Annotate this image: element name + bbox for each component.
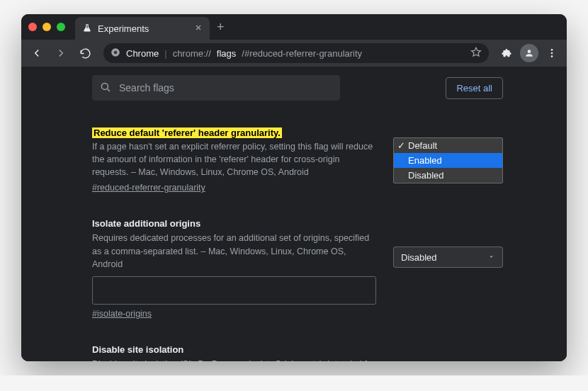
dropdown-option-enabled[interactable]: Enabled (394, 153, 502, 168)
close-tab-icon[interactable] (194, 23, 203, 34)
flag-details: Isolate additional origins Requires dedi… (92, 218, 376, 318)
dropdown-option-disabled[interactable]: Disabled (394, 168, 502, 183)
toolbar: Chrome | chrome://flags/#reduced-referre… (21, 40, 567, 67)
forward-button[interactable] (51, 43, 71, 63)
svg-point-2 (551, 49, 553, 51)
flag-description: Requires dedicated processes for an addi… (92, 232, 376, 270)
url-fragment: /#reduced-referrer-granularity (242, 48, 362, 59)
flag-details: Disable site isolation Disables site iso… (92, 344, 376, 361)
flag-title: Isolate additional origins (92, 218, 376, 229)
separator: | (164, 48, 166, 59)
flag-anchor-link[interactable]: #isolate-origins (92, 309, 152, 319)
profile-avatar-icon[interactable] (520, 44, 538, 62)
flask-icon (82, 23, 92, 33)
flag-details: Reduce default 'referer' header granular… (92, 128, 376, 193)
back-button[interactable] (27, 43, 47, 63)
search-field-wrap[interactable] (92, 75, 340, 101)
chevron-down-icon (487, 252, 495, 263)
flag-description: If a page hasn't set an explicit referre… (92, 140, 376, 178)
window-controls (28, 23, 75, 31)
reload-button[interactable] (75, 43, 95, 63)
flag-textarea[interactable] (92, 276, 376, 305)
flag-control: Default Enabled Disabled (393, 128, 503, 193)
flag-title: Disable site isolation (92, 344, 376, 355)
chrome-badge-icon (111, 47, 120, 60)
url-scheme-label: Chrome (126, 48, 159, 59)
svg-point-4 (551, 55, 553, 57)
flag-dropdown-open[interactable]: Default Enabled Disabled (393, 137, 503, 183)
flag-control: Default (393, 344, 503, 361)
dropdown-option-default[interactable]: Default (394, 138, 502, 153)
bookmark-star-icon[interactable] (470, 47, 482, 60)
address-bar[interactable]: Chrome | chrome://flags/#reduced-referre… (103, 43, 489, 63)
flag-anchor-link[interactable]: #reduced-referrer-granularity (92, 183, 205, 193)
flags-list: Reduce default 'referer' header granular… (21, 109, 567, 361)
flag-description: Disables site isolation (SitePerProcess,… (92, 358, 376, 361)
tab-title: Experiments (98, 23, 149, 34)
flag-item: Isolate additional origins Requires dedi… (92, 207, 503, 332)
search-icon (99, 81, 112, 96)
flags-topbar: Reset all (21, 67, 567, 109)
flag-item: Reduce default 'referer' header granular… (92, 116, 503, 207)
flag-control: Disabled (393, 218, 503, 318)
select-value: Disabled (401, 252, 437, 263)
menu-dots-icon[interactable] (543, 44, 561, 62)
url-path: flags (217, 48, 236, 59)
close-window-button[interactable] (28, 23, 37, 31)
maximize-window-button[interactable] (57, 23, 65, 31)
browser-window: Experiments + Chrome | chrome://flags/#r… (21, 14, 567, 361)
new-tab-button[interactable]: + (210, 20, 232, 35)
svg-point-1 (114, 50, 118, 54)
toolbar-actions (497, 44, 561, 62)
flag-select[interactable]: Disabled (393, 246, 503, 268)
flag-title: Reduce default 'referer' header granular… (92, 128, 282, 138)
reset-all-button[interactable]: Reset all (446, 77, 503, 99)
svg-point-3 (551, 52, 553, 55)
minimize-window-button[interactable] (43, 23, 51, 31)
search-input[interactable] (119, 82, 333, 94)
flag-item: Disable site isolation Disables site iso… (92, 333, 503, 361)
page-content: Reset all Reduce default 'referer' heade… (21, 67, 567, 361)
url-base: chrome:// (173, 48, 211, 59)
tab-bar: Experiments + (21, 14, 567, 40)
extension-puzzle-icon[interactable] (497, 44, 516, 62)
browser-tab[interactable]: Experiments (75, 17, 210, 40)
svg-point-5 (101, 83, 108, 89)
